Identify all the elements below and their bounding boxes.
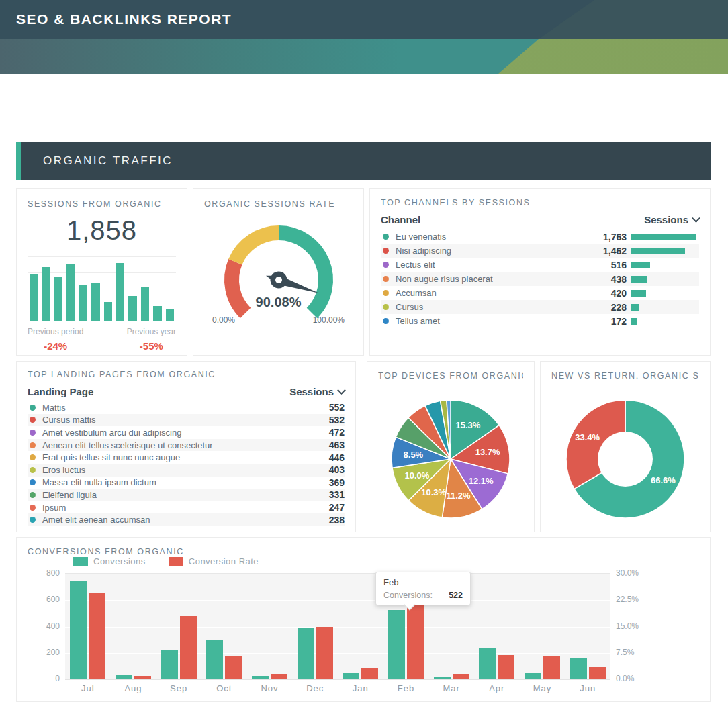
row-value: 516 [586,260,627,270]
series-dot-icon [383,304,389,310]
sessions-bar [631,318,637,325]
devices-pie-chart[interactable]: 15.3%13.7%12.1%11.2%10.3%10.0%8.5% [380,389,521,530]
previous-period-block: Previous period -24% [28,327,83,352]
table-row: Eu venenatis1,763 [381,230,699,244]
bar-rate-jun[interactable] [589,667,606,679]
row-label: Tellus amet [391,316,586,326]
bar-conversions-jul[interactable] [70,581,87,679]
table-row: Cursus mattis532 [28,414,345,427]
bar-rate-oct[interactable] [225,656,242,679]
table-row: Non augue risus placerat438 [381,272,699,286]
bar-conversions-nov[interactable] [252,676,269,679]
card-title: NEW VS RETURN. ORGANIC SESSIONS [551,371,699,381]
gridline [65,627,610,628]
bar-rate-apr[interactable] [498,655,514,679]
bar-rate-feb[interactable] [407,603,424,679]
table-row: Amet vestibulum arcu dui adipiscing472 [28,426,345,439]
bar-conversions-dec[interactable] [298,628,314,679]
table-row: Aenean elit tellus scelerisque ut consec… [28,439,345,452]
bar-rate-dec[interactable] [316,627,333,679]
bar-conversions-apr[interactable] [479,648,496,679]
bar-rate-jan[interactable] [361,668,378,679]
row-label: Mattis [38,403,304,413]
sort-by-sessions[interactable]: Sessions [644,214,699,225]
table-row: Cursus228 [381,300,699,314]
section-accent-strip [16,142,21,180]
sessions-bar[interactable] [116,263,124,321]
new-vs-returning-donut-chart[interactable]: 66.6%33.4% [555,389,696,530]
sessions-trend-chart[interactable] [28,256,176,321]
x-axis-label: Feb [384,683,428,693]
sessions-bar[interactable] [30,274,38,321]
bar-rate-sep[interactable] [180,616,197,679]
table-row: Massa elit nulla ipsum dictum369 [28,477,345,489]
bar-conversions-sep[interactable] [161,650,178,679]
chevron-down-icon [692,214,700,223]
series-dot-icon [30,467,36,473]
card-title: TOP DEVICES FROM ORGANIC [378,371,523,381]
y-axis-tick-left: 800 [30,568,60,578]
legend-item-conversions[interactable]: Conversions [73,556,146,566]
bar-rate-jul[interactable] [89,593,105,679]
column-header-sessions: Sessions [644,214,688,225]
card-title: TOP LANDING PAGES FROM ORGANIC [28,370,345,379]
x-axis-label: Sep [156,683,201,693]
row-label: Cursus [391,302,586,312]
bar-conversions-feb[interactable] [388,610,405,679]
sessions-bar [631,248,685,254]
series-dot-icon [30,479,36,485]
row-value: 228 [586,302,627,313]
bar-rate-nov[interactable] [271,674,287,679]
row-label: Accumsan [391,288,586,298]
row-value: 1,763 [586,232,627,242]
sessions-bar [631,234,696,240]
bar-rate-may[interactable] [543,656,560,679]
conversions-plot-area[interactable] [65,573,610,680]
legend-label: Conversion Rate [189,556,259,566]
previous-year-block: Previous year -55% [127,327,176,352]
row-value: 552 [304,402,345,413]
section-title: ORGANIC TRAFFIC [43,142,173,180]
sessions-bar[interactable] [54,277,62,321]
table-row: Erat quis tellus sit nunc nunc augue446 [28,451,345,464]
bar-conversions-jan[interactable] [343,673,359,679]
series-dot-icon [30,505,36,511]
bar-conversions-oct[interactable] [206,640,223,679]
bar-conversions-aug[interactable] [116,675,132,679]
series-dot-icon [383,262,389,268]
x-axis-label: Apr [475,683,519,693]
row-value: 403 [304,464,345,475]
sessions-bar[interactable] [42,267,50,321]
sessions-bar[interactable] [79,285,87,321]
table-row: Ipsum247 [28,501,345,514]
y-axis-tick-left: 600 [30,595,60,604]
series-dot-icon [30,454,36,460]
legend-item-conversion-rate[interactable]: Conversion Rate [169,556,259,566]
bar-rate-mar[interactable] [453,674,469,679]
row-label: Amet elit aenean accumsan [38,515,304,525]
sessions-bar[interactable] [104,302,112,321]
sessions-bar[interactable] [141,287,149,321]
x-axis-label: Oct [202,683,246,693]
sessions-bar[interactable] [128,296,136,321]
column-header-sessions: Sessions [289,386,334,397]
row-label: Lectus elit [391,260,586,270]
table-row: Eleifend ligula331 [28,489,345,501]
table-row: Mattis552 [28,401,345,414]
bar-conversions-jun[interactable] [570,658,587,679]
series-dot-icon [383,290,389,296]
y-axis-tick-right: 30.0% [616,568,639,578]
sessions-bar[interactable] [153,306,161,321]
bar-rate-aug[interactable] [134,676,151,679]
row-value: 532 [304,415,345,425]
bar-conversions-mar[interactable] [434,677,451,679]
card-top-channels: TOP CHANNELS BY SESSIONS Channel Session… [369,188,711,356]
row-bar-cell [627,276,699,283]
sort-by-sessions[interactable]: Sessions [289,386,345,397]
sessions-bar[interactable] [66,264,75,321]
y-axis-tick-left: 0 [30,674,60,683]
sessions-bar[interactable] [91,283,99,321]
sessions-bar[interactable] [166,309,174,321]
series-dot-icon [383,248,389,254]
bar-conversions-may[interactable] [525,673,541,679]
